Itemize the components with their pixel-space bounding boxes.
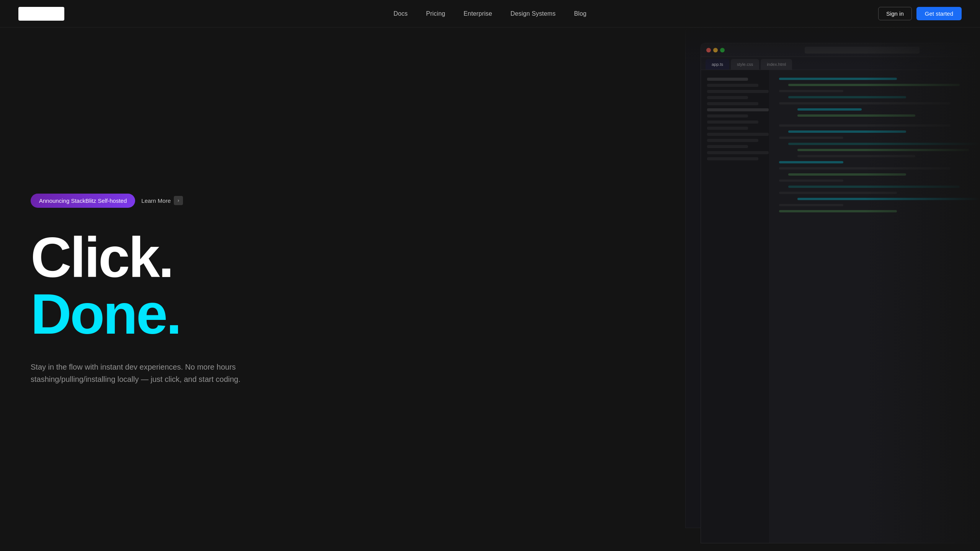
learn-more-label: Learn More [141, 197, 171, 204]
description-line-2: stashing/pulling/installing locally — ju… [31, 375, 240, 383]
nav-design-systems[interactable]: Design Systems [511, 10, 556, 17]
nav-blog[interactable]: Blog [574, 10, 586, 17]
hero-description: Stay in the flow with instant dev experi… [31, 361, 253, 385]
code-line [779, 161, 843, 163]
learn-more-arrow-icon: › [174, 196, 183, 205]
code-line [788, 130, 906, 133]
file-tree-item[interactable] [707, 121, 758, 124]
file-tree-item[interactable] [707, 96, 748, 99]
hero-heading-done: Done. [31, 286, 276, 342]
code-line [779, 78, 897, 80]
hero-content: Announcing StackBlitz Self-hosted Learn … [0, 171, 306, 408]
navbar: Docs Pricing Enterprise Design Systems B… [0, 0, 980, 28]
code-line [779, 179, 843, 182]
code-line [779, 167, 951, 170]
code-line [788, 143, 980, 145]
code-line [788, 84, 960, 86]
code-line [788, 96, 906, 98]
description-line-1: Stay in the flow with instant dev experi… [31, 363, 236, 371]
code-line [797, 155, 915, 157]
file-tree [701, 70, 770, 543]
code-line [788, 186, 960, 188]
logo[interactable] [18, 7, 64, 21]
file-tree-item[interactable] [707, 133, 769, 136]
nav-pricing[interactable]: Pricing [426, 10, 445, 17]
hero-heading-click: Click. [31, 229, 276, 286]
code-line [797, 108, 862, 111]
code-line [797, 149, 969, 151]
code-line [788, 173, 906, 176]
file-tree-item[interactable] [707, 145, 748, 148]
nav-docs[interactable]: Docs [394, 10, 408, 17]
code-line [779, 137, 843, 139]
code-line [779, 102, 951, 104]
code-area [770, 70, 980, 543]
nav-enterprise[interactable]: Enterprise [464, 10, 492, 17]
get-started-button[interactable]: Get started [916, 7, 962, 20]
code-line [779, 90, 843, 92]
code-line [779, 210, 897, 212]
code-line [779, 124, 951, 127]
nav-links: Docs Pricing Enterprise Design Systems B… [394, 10, 586, 17]
nav-actions: Sign in Get started [878, 7, 962, 20]
file-tree-item[interactable] [707, 90, 769, 93]
editor-visual: app.ts style.css index.html [678, 28, 980, 543]
code-line [779, 192, 897, 194]
sign-in-button[interactable]: Sign in [878, 7, 912, 20]
file-tree-item[interactable] [707, 78, 748, 81]
announcement-bar: Announcing StackBlitz Self-hosted Learn … [31, 194, 276, 208]
editor-body [701, 70, 980, 543]
editor-top-fade [678, 28, 980, 66]
hero-section: Announcing StackBlitz Self-hosted Learn … [0, 28, 980, 551]
file-tree-item[interactable] [707, 157, 758, 160]
announcement-badge[interactable]: Announcing StackBlitz Self-hosted [31, 194, 135, 208]
code-line [797, 198, 980, 200]
file-tree-item[interactable] [707, 114, 748, 117]
file-tree-item[interactable] [707, 151, 769, 154]
file-tree-item[interactable] [707, 127, 748, 130]
code-line [797, 114, 915, 117]
learn-more-link[interactable]: Learn More › [141, 196, 183, 205]
file-tree-item[interactable] [707, 84, 758, 87]
editor-container: app.ts style.css index.html [678, 28, 980, 543]
file-tree-item[interactable] [707, 102, 758, 105]
editor-window-main: app.ts style.css index.html [701, 43, 980, 543]
file-tree-item[interactable] [707, 108, 769, 111]
code-line [779, 204, 843, 206]
file-tree-item[interactable] [707, 139, 758, 142]
